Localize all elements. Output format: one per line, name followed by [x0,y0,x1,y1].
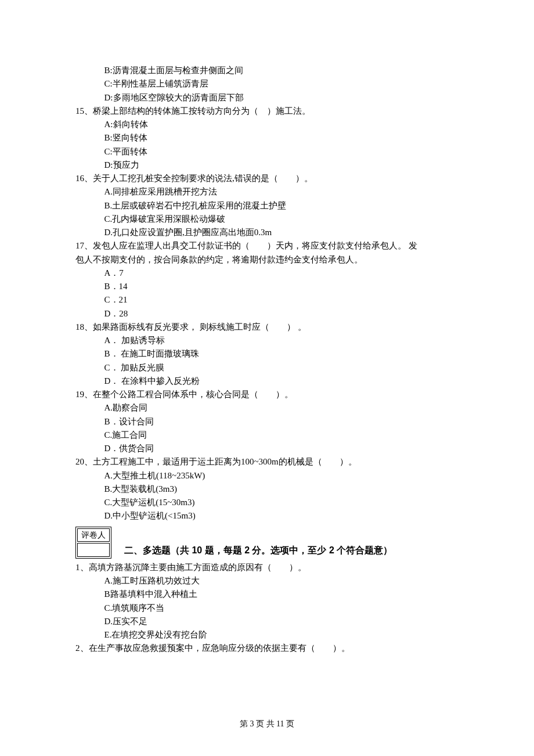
question-text: 如果路面标线有反光要求， 则标线施工时应（ ） 。 [93,322,306,332]
question-num: 19、 [75,390,93,399]
question-stem: 15、桥梁上部结构的转体施工按转动方向分为（ ）施工法。 [75,105,459,118]
question-16: 16、关于人工挖孔桩安全控制要求的说法,错误的是（ ）。 A.同排桩应采用跳槽开… [75,172,459,239]
option-b: B:沥青混凝土面层与检查井侧面之间 [75,64,459,77]
prev-question-options: B:沥青混凝土面层与检查井侧面之间 C:半刚性基层上铺筑沥青层 D:多雨地区空隙… [75,64,459,105]
question-num: 1、 [75,563,89,572]
option-d: D．供货合同 [75,442,459,455]
option-d: D．28 [75,307,459,321]
option-c: C．21 [75,293,459,307]
section-heading: 二、多选题（共 10 题，每题 2 分。选项中，至少 2 个符合题意） [111,543,459,559]
option-d: D:多雨地区空隙较大的沥青面层下部 [75,91,459,105]
option-d: D． 在涂料中掺入反光粉 [75,375,459,388]
option-c: C． 加贴反光膜 [75,361,459,375]
option-d: D:预应力 [75,159,459,172]
option-d: D.孔口处应设置护圈,且护圈应高出地面0.3m [75,226,459,239]
section-header-row: 评卷人 二、多选题（共 10 题，每题 2 分。选项中，至少 2 个符合题意） [75,523,459,559]
question-18: 18、如果路面标线有反光要求， 则标线施工时应（ ） 。 A． 加贴诱导标 B．… [75,321,459,388]
option-c: C.大型铲运机(15~30m3) [75,496,459,509]
option-d: D.压实不足 [75,615,459,628]
mc-question-1: 1、高填方路基沉降主要由施工方面造成的原因有（ ）。 A.施工时压路机功效过大 … [75,561,459,642]
question-num: 18、 [75,322,93,332]
option-d: D.中小型铲运机(<15m3) [75,509,459,523]
option-c: C.填筑顺序不当 [75,602,459,615]
option-b: B.土层或破碎岩石中挖孔桩应采用的混凝土护壁 [75,199,459,213]
question-text: 发包人应在监理人出具交工付款证书的（ ）天内，将应支付款支付给承包人。 发 [93,241,417,250]
option-b: B.大型装载机(3m3) [75,483,459,496]
question-text: 关于人工挖孔桩安全控制要求的说法,错误的是（ ）。 [93,174,313,183]
question-stem-wrap: 包人不按期支付的，按合同条款的约定，将逾期付款违约金支付给承包人。 [75,253,459,267]
question-stem: 16、关于人工挖孔桩安全控制要求的说法,错误的是（ ）。 [75,172,459,185]
grader-blank [77,543,110,557]
option-c: C:平面转体 [75,145,459,159]
question-num: 16、 [75,174,93,183]
question-stem: 17、发包人应在监理人出具交工付款证书的（ ）天内，将应支付款支付给承包人。 发 [75,239,459,253]
option-a: A． 加贴诱导标 [75,334,459,347]
question-text: 在整个公路工程合同体系中，核心合同是（ ）。 [93,390,293,399]
question-20: 20、土方工程施工中，最适用于运土距离为100~300m的机械是（ ）。 A.大… [75,455,459,523]
question-text: 在生产事故应急救援预案中，应急响应分级的依据主要有（ ）。 [89,643,350,653]
option-b: B．设计合同 [75,415,459,429]
option-b: B:竖向转体 [75,131,459,145]
question-num: 15、 [75,106,93,116]
question-text: 桥梁上部结构的转体施工按转动方向分为（ ）施工法。 [93,106,311,116]
grader-box: 评卷人 [75,527,111,559]
question-stem: 2、在生产事故应急救援预案中，应急响应分级的依据主要有（ ）。 [75,642,459,655]
option-c: C.孔内爆破宜采用深眼松动爆破 [75,213,459,226]
question-stem: 19、在整个公路工程合同体系中，核心合同是（ ）。 [75,388,459,401]
question-stem: 1、高填方路基沉降主要由施工方面造成的原因有（ ）。 [75,561,459,574]
option-a: A.大型推土机(118~235kW) [75,469,459,483]
question-num: 17、 [75,241,93,250]
grader-label: 评卷人 [77,528,110,542]
question-text: 高填方路基沉降主要由施工方面造成的原因有（ ）。 [89,563,306,572]
option-a: A．7 [75,267,459,280]
option-a: A.同排桩应采用跳槽开挖方法 [75,185,459,199]
option-b: B．14 [75,280,459,293]
question-text: 土方工程施工中，最适用于运土距离为100~300m的机械是（ ）。 [93,457,357,466]
option-e: E.在填挖交界处没有挖台阶 [75,628,459,642]
option-b: B． 在施工时面撒玻璃珠 [75,347,459,361]
option-a: A:斜向转体 [75,118,459,131]
option-b: B路基填料中混入种植土 [75,588,459,601]
option-a: A.施工时压路机功效过大 [75,574,459,588]
option-a: A.勘察合同 [75,401,459,415]
question-17: 17、发包人应在监理人出具交工付款证书的（ ）天内，将应支付款支付给承包人。 发… [75,239,459,321]
option-c: C.施工合同 [75,429,459,442]
option-c: C:半刚性基层上铺筑沥青层 [75,77,459,91]
question-stem: 18、如果路面标线有反光要求， 则标线施工时应（ ） 。 [75,321,459,334]
question-stem: 20、土方工程施工中，最适用于运土距离为100~300m的机械是（ ）。 [75,455,459,469]
question-num: 20、 [75,457,93,466]
question-19: 19、在整个公路工程合同体系中，核心合同是（ ）。 A.勘察合同 B．设计合同 … [75,388,459,455]
page-footer: 第 3 页 共 11 页 [0,718,534,730]
mc-question-2: 2、在生产事故应急救援预案中，应急响应分级的依据主要有（ ）。 [75,642,459,655]
question-num: 2、 [75,643,89,653]
question-15: 15、桥梁上部结构的转体施工按转动方向分为（ ）施工法。 A:斜向转体 B:竖向… [75,105,459,172]
